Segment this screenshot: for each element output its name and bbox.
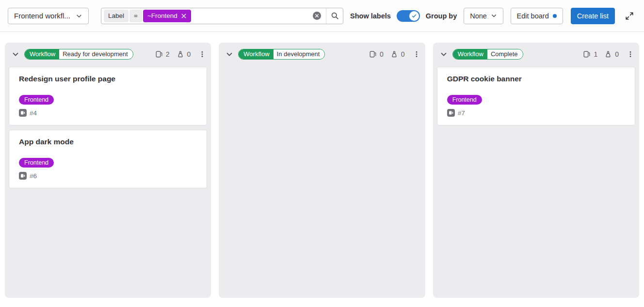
show-labels-toggle[interactable] bbox=[397, 10, 420, 22]
column-scoped-label[interactable]: Workflow In development bbox=[238, 49, 325, 60]
filter-token-type[interactable]: Label bbox=[104, 10, 129, 22]
filter-token-value[interactable]: ~Frontend bbox=[143, 10, 191, 22]
column-scoped-label[interactable]: Workflow Ready for development bbox=[24, 49, 133, 60]
clear-search-button[interactable] bbox=[307, 8, 326, 24]
toggle-check-icon bbox=[409, 11, 419, 21]
issue-card[interactable]: GDPR cookie banner Frontend #7 bbox=[437, 67, 635, 125]
expand-icon bbox=[625, 12, 634, 20]
edit-board-label: Edit board bbox=[517, 12, 549, 20]
weight-icon bbox=[604, 50, 612, 58]
card-title: Redesign user profile page bbox=[19, 75, 197, 83]
issue-card[interactable]: Redesign user profile page Frontend #4 bbox=[9, 67, 207, 125]
issue-type-icon bbox=[19, 109, 27, 117]
column-header: Workflow Complete 1 0 bbox=[433, 43, 639, 66]
card-title: App dark mode bbox=[19, 138, 197, 146]
column-menu-button[interactable] bbox=[627, 50, 634, 58]
issues-icon bbox=[155, 50, 163, 58]
weight-count: 0 bbox=[401, 50, 405, 58]
issue-type-icon bbox=[19, 172, 27, 180]
clear-search-icon bbox=[313, 12, 321, 20]
search-submit-button[interactable] bbox=[326, 8, 343, 24]
notification-dot-icon bbox=[553, 14, 557, 18]
label-value: In development bbox=[274, 49, 325, 59]
filter-token-operator[interactable]: = bbox=[129, 10, 142, 22]
toolbar-actions: Edit board Create list bbox=[511, 8, 636, 24]
chevron-down-icon bbox=[76, 13, 82, 19]
create-list-label: Create list bbox=[577, 12, 609, 20]
issue-count: 1 bbox=[594, 50, 597, 58]
weight-icon bbox=[390, 50, 398, 58]
weight-count: 0 bbox=[615, 50, 619, 58]
board-switcher-label: Frontend workfl... bbox=[14, 12, 70, 20]
card-meta: #7 bbox=[447, 109, 625, 117]
issues-icon bbox=[583, 50, 591, 58]
collapse-column-icon[interactable] bbox=[12, 50, 19, 58]
column-card-list: Redesign user profile page Frontend #4 A… bbox=[5, 66, 211, 298]
column-counts: 0 0 bbox=[369, 50, 420, 58]
filtered-search-bar[interactable]: Label = ~Frontend bbox=[101, 8, 343, 24]
column-menu-button[interactable] bbox=[413, 50, 420, 58]
card-ref: #7 bbox=[458, 109, 465, 117]
column-card-list: GDPR cookie banner Frontend #7 bbox=[433, 66, 639, 298]
group-by-value: None bbox=[470, 12, 487, 20]
issue-board: Workflow Ready for development 2 0 Redes… bbox=[0, 32, 644, 298]
card-ref: #6 bbox=[30, 172, 37, 180]
show-labels-label: Show labels bbox=[350, 12, 391, 20]
board-toolbar: Frontend workfl... Label = ~Frontend bbox=[0, 0, 644, 32]
collapse-column-icon[interactable] bbox=[440, 50, 448, 58]
label-scope: Workflow bbox=[25, 49, 59, 59]
weight-count: 0 bbox=[187, 50, 191, 58]
weight-icon bbox=[177, 50, 184, 58]
filter-token-value-label: ~Frontend bbox=[147, 12, 177, 19]
filter-search-input[interactable] bbox=[193, 8, 307, 24]
filter-token: Label = ~Frontend bbox=[101, 8, 193, 24]
label-value: Ready for development bbox=[59, 49, 132, 59]
card-ref: #4 bbox=[30, 109, 37, 117]
card-label[interactable]: Frontend bbox=[19, 158, 54, 168]
card-meta: #6 bbox=[19, 172, 197, 180]
column-header: Workflow In development 0 0 bbox=[219, 43, 425, 66]
column-card-list bbox=[219, 66, 425, 298]
label-value: Complete bbox=[487, 49, 523, 59]
issue-count: 2 bbox=[166, 50, 170, 58]
column-header: Workflow Ready for development 2 0 bbox=[5, 43, 211, 66]
issue-card[interactable]: App dark mode Frontend #6 bbox=[9, 130, 207, 188]
card-meta: #4 bbox=[19, 109, 197, 117]
expand-board-button[interactable] bbox=[623, 9, 636, 23]
remove-token-icon[interactable] bbox=[181, 13, 187, 19]
group-by-label: Group by bbox=[426, 12, 457, 20]
create-list-button[interactable]: Create list bbox=[571, 8, 615, 24]
board-column-ready-for-development: Workflow Ready for development 2 0 Redes… bbox=[5, 43, 211, 298]
group-by-dropdown[interactable]: None bbox=[464, 8, 503, 24]
issues-icon bbox=[369, 50, 377, 58]
column-scoped-label[interactable]: Workflow Complete bbox=[452, 49, 523, 60]
card-title: GDPR cookie banner bbox=[447, 75, 625, 83]
board-column-complete: Workflow Complete 1 0 GDPR cookie banner bbox=[433, 43, 639, 298]
collapse-column-icon[interactable] bbox=[225, 50, 233, 58]
column-counts: 1 0 bbox=[583, 50, 634, 58]
search-icon bbox=[331, 12, 339, 20]
label-scope: Workflow bbox=[453, 49, 487, 59]
card-label[interactable]: Frontend bbox=[447, 95, 482, 105]
label-scope: Workflow bbox=[239, 49, 273, 59]
column-counts: 2 0 bbox=[155, 50, 207, 58]
edit-board-button[interactable]: Edit board bbox=[511, 8, 563, 24]
board-column-in-development: Workflow In development 0 0 bbox=[219, 43, 425, 298]
chevron-down-icon bbox=[491, 13, 497, 19]
issue-count: 0 bbox=[380, 50, 384, 58]
issue-type-icon bbox=[447, 109, 455, 117]
column-menu-button[interactable] bbox=[198, 50, 206, 58]
board-switcher-dropdown[interactable]: Frontend workfl... bbox=[8, 8, 89, 24]
card-label[interactable]: Frontend bbox=[19, 95, 54, 105]
